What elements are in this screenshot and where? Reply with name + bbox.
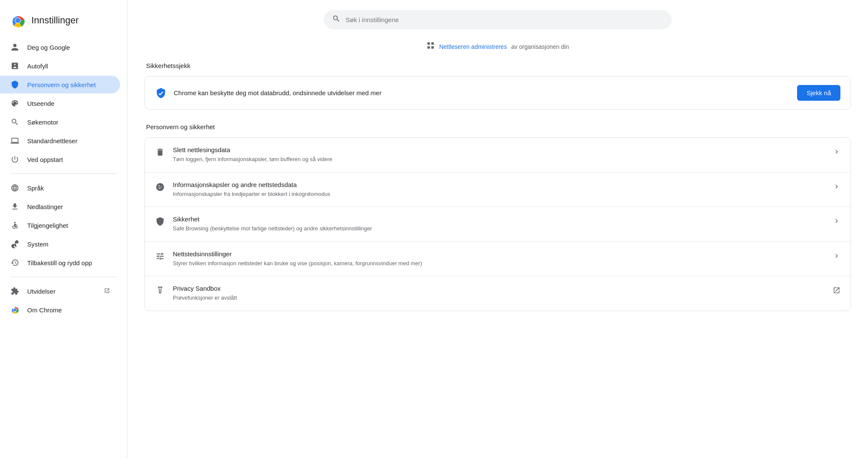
wrench-icon [10, 239, 20, 249]
sidebar-item-ved-oppstart[interactable]: Ved oppstart [0, 150, 120, 168]
chevron-right-icon-nettsted [833, 252, 840, 260]
sidebar-label-tilbakestill: Tilbakestill og rydd opp [27, 259, 110, 266]
svg-rect-14 [158, 287, 163, 287]
safety-card-left: Chrome kan beskytte deg mot databrudd, o… [155, 87, 381, 99]
sidebar-header: Innstillinger [0, 8, 127, 38]
sidebar-label-nedlastinger: Nedlastinger [27, 203, 110, 210]
sidebar-item-autofyll[interactable]: Autofyll [0, 57, 120, 75]
privacy-item-informasjonskapsler[interactable]: Informasjonskapsler og andre nettstedsda… [145, 173, 851, 207]
sidebar-item-sprak[interactable]: Språk [0, 179, 120, 197]
globe-icon [10, 183, 20, 193]
privacy-item-sikkerhet[interactable]: Sikkerhet Safe Browsing (beskyttelse mot… [145, 207, 851, 242]
chrome-logo-icon [10, 13, 25, 28]
sidebar-item-system[interactable]: System [0, 235, 120, 253]
safety-check-button[interactable]: Sjekk nå [797, 85, 840, 101]
sidebar-nav: Deg og Google Autofyll Personvern og sik… [0, 38, 127, 319]
svg-point-11 [159, 187, 161, 189]
assignment-icon [10, 61, 20, 71]
svg-point-8 [156, 183, 164, 190]
search-nav-icon [10, 117, 20, 127]
external-link-icon [104, 288, 110, 295]
privacy-item-nettstedsinnstillinger[interactable]: Nettstedsinnstillinger Styrer hvilken in… [145, 242, 851, 277]
sidebar-item-standardnettleser[interactable]: Standardnettleser [0, 132, 120, 150]
power-icon [10, 155, 20, 164]
privacy-item-slett-nettlesingsdata[interactable]: Slett nettlesingsdata Tøm loggen, fjern … [145, 138, 851, 173]
sidebar-item-tilbakestill[interactable]: Tilbakestill og rydd opp [0, 254, 120, 272]
safety-text: Chrome kan beskytte deg mot databrudd, o… [174, 89, 381, 96]
svg-point-12 [161, 187, 162, 188]
safety-check-section-title: Sikkerhetssjekk [144, 62, 851, 69]
admin-grid-icon [426, 41, 435, 52]
trash-icon [155, 147, 165, 157]
svg-point-13 [158, 187, 159, 188]
privacy-item-content-slett: Slett nettlesingsdata Tøm loggen, fjern … [173, 146, 825, 164]
privacy-item-title-slett: Slett nettlesingsdata [173, 146, 825, 153]
sidebar-item-personvern[interactable]: Personvern og sikkerhet [0, 76, 120, 94]
privacy-item-sandbox[interactable]: Privacy Sandbox Prøvefunksjoner er avslå… [145, 276, 851, 311]
divider-2 [10, 277, 117, 277]
privacy-item-desc-cookies: Informasjonskapsler fra tredjeparter er … [173, 190, 825, 198]
sidebar-item-om-chrome[interactable]: Om Chrome [0, 301, 120, 319]
privacy-item-title-nettsted: Nettstedsinnstillinger [173, 250, 825, 258]
chevron-right-icon-cookies [833, 183, 840, 190]
main-content: Nettleseren administreres av organisasjo… [127, 0, 868, 459]
privacy-item-desc-nettsted: Styrer hvilken informasjon nettsteder ka… [173, 259, 825, 268]
sidebar-label-sprak: Språk [27, 184, 110, 192]
sidebar-label-sokemotor: Søkemotor [27, 119, 110, 126]
shield-nav-icon [10, 80, 20, 89]
search-bar-container [144, 10, 851, 29]
flask-icon [155, 286, 165, 296]
search-icon [332, 14, 341, 25]
history-icon [10, 258, 20, 267]
external-link-icon-sandbox [833, 286, 840, 294]
search-bar [324, 10, 672, 29]
privacy-item-content-cookies: Informasjonskapsler og andre nettstedsda… [173, 181, 825, 198]
sidebar-label-ved-oppstart: Ved oppstart [27, 156, 110, 163]
sidebar-item-deg-og-google[interactable]: Deg og Google [0, 38, 120, 56]
palette-icon [10, 99, 20, 108]
search-input[interactable] [346, 16, 663, 23]
privacy-section-title: Personvern og sikkerhet [144, 123, 851, 130]
safety-shield-icon [155, 87, 167, 99]
sidebar-item-tilgjengelighet[interactable]: Tilgjengelighet [0, 216, 120, 234]
sidebar-label-system: System [27, 241, 110, 248]
accessibility-icon [10, 221, 20, 230]
sidebar-label-utvidelser: Utvidelser [27, 288, 96, 295]
sidebar: Innstillinger Deg og Google Autofyll Per… [0, 0, 127, 459]
safety-check-card: Chrome kan beskytte deg mot databrudd, o… [144, 76, 851, 110]
sidebar-item-nedlastinger[interactable]: Nedlastinger [0, 198, 120, 215]
privacy-item-title-cookies: Informasjonskapsler og andre nettstedsda… [173, 181, 825, 188]
sidebar-title: Innstillinger [31, 15, 79, 26]
svg-point-7 [14, 309, 17, 312]
sidebar-label-om-chrome: Om Chrome [27, 306, 110, 314]
cookie-icon [155, 182, 165, 192]
sidebar-item-utvidelser[interactable]: Utvidelser [0, 282, 120, 300]
monitor-icon [10, 136, 20, 145]
svg-point-9 [158, 185, 160, 186]
sidebar-label-utseende: Utseende [27, 100, 110, 107]
chrome-nav-icon [10, 305, 20, 314]
sidebar-item-utseende[interactable]: Utseende [0, 94, 120, 112]
privacy-item-title-sandbox: Privacy Sandbox [173, 285, 825, 292]
puzzle-icon [10, 286, 20, 296]
admin-link[interactable]: Nettleseren administreres [439, 43, 507, 50]
sidebar-label-standardnettleser: Standardnettleser [27, 137, 110, 144]
chevron-right-icon-sikkerhet [833, 217, 840, 225]
sliders-icon [155, 251, 165, 261]
privacy-item-title-sikkerhet: Sikkerhet [173, 215, 825, 223]
svg-point-10 [161, 186, 162, 187]
divider-1 [10, 173, 117, 174]
svg-point-4 [14, 222, 15, 223]
sidebar-label-tilgjengelighet: Tilgjengelighet [27, 222, 110, 229]
sidebar-label-deg-og-google: Deg og Google [27, 44, 110, 51]
sidebar-item-sokemotor[interactable]: Søkemotor [0, 113, 120, 131]
privacy-item-desc-sandbox: Prøvefunksjoner er avslått [173, 294, 825, 302]
admin-banner: Nettleseren administreres av organisasjo… [144, 41, 851, 52]
privacy-card: Slett nettlesingsdata Tøm loggen, fjern … [144, 137, 851, 311]
privacy-item-desc-slett: Tøm loggen, fjern informasjonskapsler, t… [173, 155, 825, 164]
privacy-item-content-nettsted: Nettstedsinnstillinger Styrer hvilken in… [173, 250, 825, 268]
admin-suffix: av organisasjonen din [511, 43, 569, 50]
svg-point-3 [15, 18, 20, 23]
download-icon [10, 202, 20, 211]
privacy-item-desc-sikkerhet: Safe Browsing (beskyttelse mot farlige n… [173, 224, 825, 233]
